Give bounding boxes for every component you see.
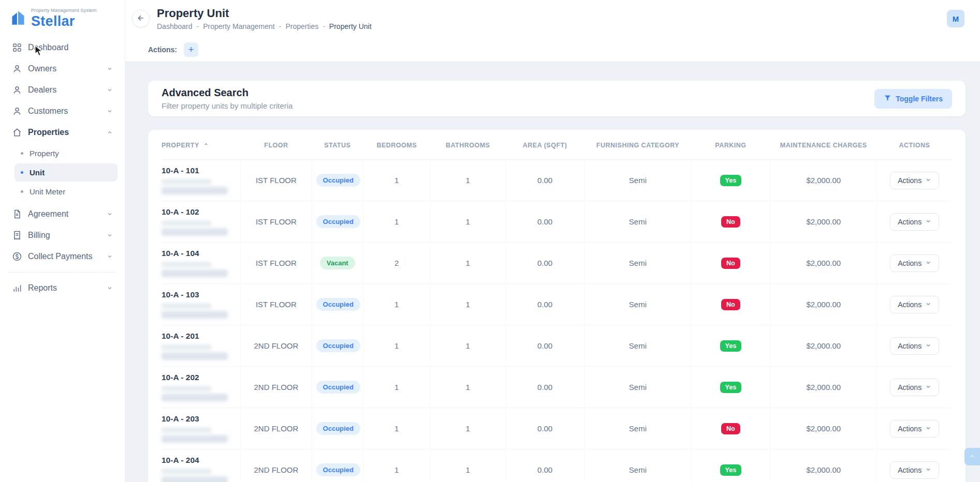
column-header-actions: ACTIONS: [877, 130, 952, 160]
sidebar-item-dealers[interactable]: Dealers: [7, 80, 118, 100]
row-actions-label: Actions: [898, 259, 922, 267]
sidebar-item-label: Dealers: [28, 85, 56, 95]
sidebar-item-label: Customers: [28, 107, 68, 116]
unit-table-body: 10-A - 101 IST FLOOR Occupied 1 1 0.00 S…: [162, 160, 952, 482]
breadcrumb-separator: -: [197, 22, 199, 31]
chevron-down-icon: [925, 383, 931, 391]
row-actions-label: Actions: [898, 342, 922, 350]
property-name: 10-A - 201: [162, 332, 236, 341]
row-actions-button[interactable]: Actions: [890, 172, 939, 189]
status-cell: Occupied: [312, 325, 363, 367]
home-icon: [12, 127, 22, 138]
toggle-filters-button[interactable]: Toggle Filters: [874, 89, 952, 109]
breadcrumb-current: Property Unit: [329, 22, 372, 31]
status-cell: Occupied: [312, 284, 363, 325]
logo[interactable]: Property Management System Stellar: [7, 5, 118, 37]
row-actions-button[interactable]: Actions: [890, 461, 939, 479]
area-cell: 0.00: [505, 201, 584, 243]
table-header-row: PROPERTY FLOOR STATUS BEDROOMS BATHROOMS…: [162, 130, 952, 160]
row-actions-button[interactable]: Actions: [890, 213, 939, 231]
chevron-down-icon: [107, 108, 113, 114]
column-header-area[interactable]: AREA (SQFT): [505, 130, 584, 160]
property-cell: 10-A - 204: [162, 449, 241, 482]
parking-cell: No: [691, 243, 770, 284]
chevron-up-icon: [969, 453, 975, 461]
property-name: 10-A - 203: [162, 414, 236, 424]
row-actions-button[interactable]: Actions: [890, 420, 939, 438]
page-title: Property Unit: [157, 7, 372, 20]
furnishing-cell: Semi: [584, 284, 691, 325]
table-row: 10-A - 104 IST FLOOR Vacant 2 1 0.00 Sem…: [162, 243, 952, 284]
advanced-search-text: Advanced Search Filter property units by…: [162, 87, 292, 110]
parking-badge: Yes: [720, 175, 742, 186]
avatar[interactable]: M: [947, 10, 964, 27]
sidebar-item-unit[interactable]: Unit: [14, 163, 118, 182]
maintenance-cell: $2,000.00: [770, 325, 877, 367]
redacted-text: [162, 386, 211, 391]
redacted-text: [162, 476, 228, 482]
sidebar-item-property[interactable]: Property: [14, 144, 118, 162]
column-header-property[interactable]: PROPERTY: [162, 130, 241, 160]
scroll-top-button[interactable]: [964, 448, 980, 465]
sidebar-item-owners[interactable]: Owners: [7, 58, 118, 79]
main-area: Property Unit Dashboard - Property Manag…: [125, 0, 980, 482]
chevron-down-icon: [107, 253, 113, 260]
bullet-icon: [21, 152, 23, 155]
chevron-up-icon: [107, 129, 113, 135]
maintenance-cell: $2,000.00: [770, 284, 877, 325]
actions-cell: Actions: [877, 284, 952, 325]
breadcrumb-link-property-management[interactable]: Property Management: [203, 22, 275, 31]
floor-cell: IST FLOOR: [241, 243, 312, 284]
parking-badge: No: [721, 216, 740, 228]
breadcrumb-link-properties[interactable]: Properties: [285, 22, 318, 31]
add-unit-button[interactable]: +: [184, 42, 198, 57]
parking-badge: No: [721, 258, 740, 269]
column-header-status[interactable]: STATUS: [312, 130, 363, 160]
parking-cell: Yes: [691, 449, 770, 482]
advanced-search-card: Advanced Search Filter property units by…: [148, 81, 966, 116]
app-root: Property Management System Stellar Dashb…: [0, 0, 980, 482]
redacted-text: [162, 269, 228, 277]
sidebar-item-collect-payments[interactable]: Collect Payments: [7, 246, 118, 267]
sidebar-item-properties[interactable]: Properties: [7, 122, 118, 143]
parking-badge: No: [721, 423, 740, 434]
sidebar-item-reports[interactable]: Reports: [7, 278, 118, 298]
breadcrumb-link-dashboard[interactable]: Dashboard: [157, 22, 193, 31]
area-cell: 0.00: [505, 160, 584, 201]
column-header-floor[interactable]: FLOOR: [241, 130, 312, 160]
row-actions-button[interactable]: Actions: [890, 296, 939, 313]
bathrooms-cell: 1: [430, 367, 505, 408]
property-cell: 10-A - 202: [162, 367, 241, 408]
row-actions-button[interactable]: Actions: [890, 254, 939, 272]
status-cell: Occupied: [312, 201, 363, 243]
floor-cell: IST FLOOR: [241, 201, 312, 243]
sidebar-item-agreement[interactable]: Agreement: [7, 204, 118, 224]
column-header-bathrooms[interactable]: BATHROOMS: [430, 130, 505, 160]
column-header-maintenance[interactable]: MAINTENANCE CHARGES: [770, 130, 877, 160]
column-header-bedrooms[interactable]: BEDROOMS: [363, 130, 430, 160]
redacted-text: [162, 344, 211, 350]
furnishing-cell: Semi: [584, 243, 691, 284]
sidebar-item-customers[interactable]: Customers: [7, 101, 118, 122]
sidebar-item-label: Reports: [28, 283, 57, 293]
area-cell: 0.00: [505, 243, 584, 284]
properties-submenu: Property Unit Unit Meter: [7, 143, 118, 204]
property-cell: 10-A - 104: [162, 243, 241, 284]
row-actions-button[interactable]: Actions: [890, 379, 939, 396]
back-button[interactable]: [132, 10, 150, 27]
column-header-parking[interactable]: PARKING: [691, 130, 770, 160]
sidebar-item-dashboard[interactable]: Dashboard: [7, 37, 118, 58]
chevron-down-icon: [925, 300, 931, 309]
bathrooms-cell: 1: [430, 284, 505, 325]
redacted-text: [162, 469, 211, 474]
actions-cell: Actions: [877, 449, 952, 482]
chart-icon: [12, 283, 22, 293]
sidebar-item-unit-meter[interactable]: Unit Meter: [14, 183, 118, 201]
column-header-furnishing[interactable]: FURNISHING CATEGORY: [584, 130, 691, 160]
row-actions-button[interactable]: Actions: [890, 337, 939, 355]
redacted-text: [162, 262, 211, 267]
unit-table: PROPERTY FLOOR STATUS BEDROOMS BATHROOMS…: [162, 130, 952, 482]
content-area: Advanced Search Filter property units by…: [125, 62, 980, 482]
sidebar-item-billing[interactable]: Billing: [7, 225, 118, 246]
property-cell: 10-A - 201: [162, 325, 241, 367]
